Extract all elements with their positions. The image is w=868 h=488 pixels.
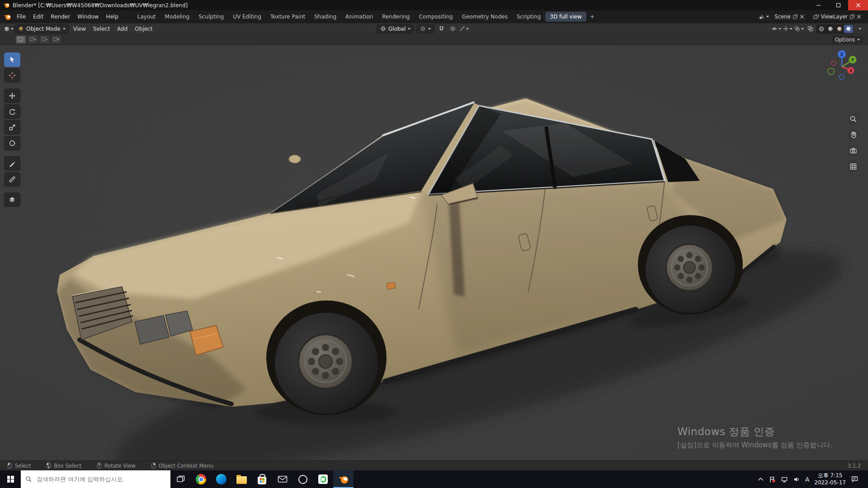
menu-window[interactable]: Window <box>74 12 102 22</box>
tab-compositing[interactable]: Compositing <box>414 12 457 22</box>
viewport-3d[interactable]: Z Y X <box>0 45 868 460</box>
status-context-menu: Object Context Menu <box>151 462 213 469</box>
shading-dropdown[interactable] <box>855 25 864 33</box>
tab-modeling[interactable]: Modeling <box>160 12 194 22</box>
remove-viewlayer-icon[interactable] <box>857 14 861 19</box>
tool-annotate[interactable] <box>4 156 20 171</box>
tool-add-cube[interactable] <box>4 192 20 207</box>
select-box-icon <box>9 56 16 63</box>
unlink-scene-icon[interactable] <box>800 14 804 19</box>
gizmo-axis-neg-x[interactable] <box>831 61 836 66</box>
green-app-button[interactable] <box>313 470 333 488</box>
volume-icon[interactable] <box>793 476 800 483</box>
blender-taskbar-button[interactable] <box>333 470 354 488</box>
taskbar-clock[interactable]: 오후 7:15 2022-05-17 <box>814 472 846 486</box>
menu-file[interactable]: File <box>13 12 29 22</box>
tool-select-box[interactable] <box>4 52 20 67</box>
viewport-display-controls <box>771 24 864 33</box>
tab-3d-full-view[interactable]: 3D full view <box>545 12 586 22</box>
proportional-falloff-dropdown[interactable] <box>459 25 469 33</box>
mail-button[interactable] <box>272 470 292 488</box>
tab-uv-editing[interactable]: UV Editing <box>228 12 266 22</box>
shading-wireframe-button[interactable] <box>817 25 826 33</box>
ime-indicator[interactable]: A <box>805 476 809 483</box>
select-mode-subtract-button[interactable] <box>39 35 50 44</box>
menu-select[interactable]: Select <box>90 24 113 33</box>
file-explorer-button[interactable] <box>231 470 252 488</box>
shading-solid-button[interactable] <box>826 25 835 33</box>
minimize-button[interactable] <box>808 0 828 10</box>
select-mode-extend-button[interactable] <box>27 35 38 44</box>
tab-geometry-nodes[interactable]: Geometry Nodes <box>458 12 512 22</box>
taskbar-search[interactable] <box>21 470 170 488</box>
network-icon[interactable] <box>781 476 788 483</box>
zoom-control[interactable] <box>847 113 859 125</box>
transform-orientation-dropdown[interactable]: Global <box>377 24 414 33</box>
start-button[interactable] <box>0 470 21 488</box>
menu-render[interactable]: Render <box>47 12 74 22</box>
scene-selector[interactable]: Scene <box>755 12 807 22</box>
gizmo-axis-y[interactable]: Y <box>849 56 857 64</box>
object-visibility-dropdown[interactable] <box>771 25 781 33</box>
tool-transform[interactable] <box>4 136 20 150</box>
chrome-button[interactable] <box>191 470 211 488</box>
xray-toggle[interactable] <box>806 25 815 33</box>
new-scene-icon[interactable] <box>793 14 798 19</box>
close-button[interactable] <box>848 0 868 10</box>
options-dropdown[interactable]: Options <box>831 36 863 44</box>
select-mode-set-button[interactable] <box>15 35 26 44</box>
proportional-editing-toggle[interactable] <box>448 25 457 33</box>
snap-toggle[interactable] <box>437 25 446 33</box>
tab-shading[interactable]: Shading <box>310 12 341 22</box>
snap-target-dropdown[interactable] <box>416 24 434 33</box>
tool-move[interactable] <box>4 89 20 103</box>
ring-app-button[interactable] <box>292 470 313 488</box>
menu-add[interactable]: Add <box>114 24 131 33</box>
tab-animation[interactable]: Animation <box>341 12 377 22</box>
blender-app-menu-icon[interactable] <box>4 13 11 21</box>
car-object[interactable] <box>57 99 787 415</box>
edge-button[interactable] <box>211 470 231 488</box>
show-overlays-dropdown[interactable] <box>794 25 804 33</box>
task-view-button[interactable] <box>170 470 191 488</box>
maximize-button[interactable] <box>828 0 848 10</box>
gizmo-axis-x[interactable]: X <box>848 67 854 74</box>
mode-selector[interactable]: Object Mode <box>14 24 69 33</box>
gizmo-axis-neg-y[interactable] <box>828 68 834 75</box>
tab-rendering[interactable]: Rendering <box>377 12 414 22</box>
tab-sculpting[interactable]: Sculpting <box>194 12 228 22</box>
gizmo-axis-neg-z[interactable] <box>840 75 844 80</box>
menu-object[interactable]: Object <box>132 24 156 33</box>
tool-cursor[interactable] <box>4 68 20 83</box>
navigation-gizmo[interactable]: Z Y X <box>827 49 862 83</box>
tab-texture-paint[interactable]: Texture Paint <box>266 12 310 22</box>
menu-edit[interactable]: Edit <box>29 12 47 22</box>
action-center-icon[interactable] <box>851 475 859 483</box>
shading-rendered-button[interactable] <box>844 25 853 33</box>
car-model-render <box>0 45 868 460</box>
add-workspace-button[interactable]: + <box>586 13 598 21</box>
gizmo-axis-z[interactable]: Z <box>838 50 846 58</box>
tab-layout[interactable]: Layout <box>133 12 160 22</box>
viewlayer-selector[interactable]: ViewLayer <box>810 12 864 22</box>
shading-material-button[interactable] <box>835 25 844 33</box>
store-button[interactable] <box>252 470 272 488</box>
tool-measure[interactable] <box>4 172 20 187</box>
pan-control[interactable] <box>847 129 859 141</box>
menu-help[interactable]: Help <box>102 12 122 22</box>
camera-view-control[interactable] <box>847 145 859 156</box>
editor-type-selector[interactable] <box>4 25 14 33</box>
perspective-toggle-control[interactable] <box>847 160 859 172</box>
notification-flag-icon[interactable] <box>769 476 776 483</box>
windows-taskbar: A 오후 7:15 2022-05-17 <box>0 470 868 488</box>
show-gizmo-dropdown[interactable] <box>783 25 793 33</box>
search-input[interactable] <box>36 475 166 483</box>
new-viewlayer-icon[interactable] <box>849 14 855 19</box>
tool-rotate[interactable] <box>4 104 20 119</box>
visibility-chevron-icon <box>778 28 781 30</box>
tray-expand-chevron-icon[interactable] <box>758 477 764 481</box>
tab-scripting[interactable]: Scripting <box>512 12 545 22</box>
select-mode-invert-button[interactable] <box>51 35 61 44</box>
menu-view[interactable]: View <box>70 24 89 33</box>
tool-scale[interactable] <box>4 120 20 135</box>
